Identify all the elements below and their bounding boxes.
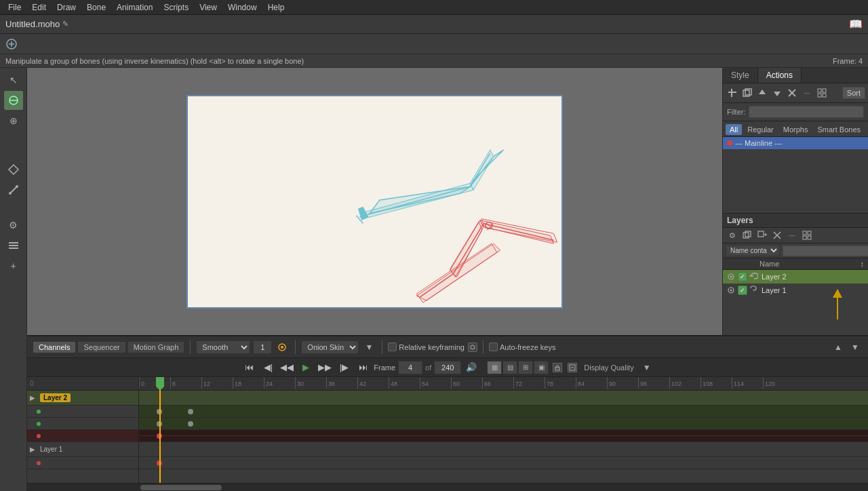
grid-btn-3[interactable]: ⊞ bbox=[518, 361, 533, 374]
name-filter-input[interactable] bbox=[783, 246, 868, 256]
move-up-icon[interactable] bbox=[755, 86, 769, 100]
mark-24: 24 bbox=[264, 377, 295, 389]
next-keyframe-btn[interactable]: |▶ bbox=[336, 360, 352, 375]
svg-rect-9 bbox=[9, 242, 18, 243]
onion-skins-select[interactable]: Onion Skins bbox=[301, 340, 359, 354]
play-btn[interactable]: ▶ bbox=[298, 360, 314, 375]
tab-motion-graph[interactable]: Motion Graph bbox=[127, 341, 185, 353]
sort-button[interactable]: Sort bbox=[842, 87, 865, 99]
dq-dropdown[interactable]: ▼ bbox=[639, 360, 654, 375]
current-frame-input[interactable] bbox=[398, 361, 422, 374]
move-down-icon[interactable] bbox=[770, 86, 784, 100]
delete-action-icon[interactable] bbox=[785, 86, 799, 100]
menu-bone[interactable]: Bone bbox=[81, 1, 111, 14]
onion-settings-icon[interactable]: ▼ bbox=[361, 340, 376, 355]
layers-more-icon[interactable]: ··· bbox=[785, 229, 799, 241]
layer2-vis-icon[interactable] bbox=[726, 271, 736, 282]
morph-tab-morphs[interactable]: Morphs bbox=[779, 124, 812, 135]
menu-help[interactable]: Help bbox=[262, 1, 290, 14]
duplicate-action-icon[interactable] bbox=[741, 86, 754, 100]
grid-btn-2[interactable]: ▤ bbox=[502, 361, 517, 374]
tool-settings[interactable]: ⚙ bbox=[4, 216, 23, 235]
tab-style[interactable]: Style bbox=[723, 68, 758, 83]
grid-btn-1[interactable]: ▦ bbox=[487, 361, 502, 374]
menu-view[interactable]: View bbox=[194, 1, 222, 14]
go-start-btn[interactable]: ⏮ bbox=[241, 360, 257, 375]
menu-window[interactable]: Window bbox=[222, 1, 262, 14]
tool-ik[interactable] bbox=[4, 91, 23, 110]
timeline-scrollbar[interactable] bbox=[27, 483, 868, 491]
layers-settings-icon[interactable]: ⚙ bbox=[726, 229, 739, 241]
rewind-btn[interactable]: ◀◀ bbox=[279, 360, 295, 375]
layer1-check[interactable]: ✓ bbox=[738, 286, 747, 295]
tl-up-btn[interactable]: ▲ bbox=[831, 340, 846, 355]
separator bbox=[190, 340, 191, 354]
mark-108: 108 bbox=[701, 377, 732, 389]
svg-rect-51 bbox=[803, 231, 806, 235]
prev-keyframe-btn[interactable]: ◀| bbox=[260, 360, 276, 375]
layers-grid-icon[interactable] bbox=[800, 229, 814, 241]
autofreeze-checkbox[interactable] bbox=[489, 342, 498, 351]
action-mainline[interactable]: --- Mainline --- bbox=[723, 137, 868, 149]
morph-tab-regular[interactable]: Regular bbox=[743, 124, 778, 135]
action-dot bbox=[727, 140, 732, 146]
mark-18: 18 bbox=[233, 377, 264, 389]
layers-delete-icon[interactable] bbox=[770, 229, 784, 241]
display-quality-label: Display Quality bbox=[584, 364, 633, 372]
name-filter-select[interactable]: Name contai... bbox=[726, 245, 780, 256]
total-frames-input[interactable] bbox=[434, 361, 461, 374]
morph-tab-all[interactable]: All bbox=[726, 124, 742, 135]
edit-title-icon[interactable]: ✎ bbox=[62, 20, 68, 28]
grid-view-icon[interactable] bbox=[815, 86, 829, 100]
filter-input[interactable] bbox=[749, 106, 865, 118]
layer-row-2[interactable]: ✓ Layer 2 bbox=[723, 270, 868, 283]
fit-icon[interactable] bbox=[568, 363, 577, 372]
morph-tab-smart-bones[interactable]: Smart Bones bbox=[813, 124, 865, 135]
smooth-select[interactable]: Smooth bbox=[196, 340, 250, 354]
menu-edit[interactable]: Edit bbox=[26, 1, 52, 14]
lock-icon[interactable] bbox=[553, 363, 562, 372]
new-action-icon[interactable] bbox=[726, 86, 739, 100]
scrollbar-thumb[interactable] bbox=[140, 485, 222, 490]
fast-forward-btn[interactable]: ▶▶ bbox=[317, 360, 333, 375]
layer2-check[interactable]: ✓ bbox=[738, 272, 747, 281]
more-options-icon[interactable]: ··· bbox=[800, 86, 814, 100]
layers-copy-icon[interactable] bbox=[741, 229, 754, 241]
canvas[interactable] bbox=[186, 95, 563, 309]
sound-btn[interactable]: 🔊 bbox=[464, 360, 479, 375]
tool-bone2[interactable] bbox=[4, 180, 23, 199]
tool-layers[interactable] bbox=[4, 236, 23, 255]
layers-add-icon[interactable] bbox=[755, 229, 769, 241]
track-timeline[interactable]: 0 6 12 18 24 30 36 42 48 54 60 66 bbox=[139, 377, 868, 483]
keyframe-0 bbox=[157, 409, 162, 414]
menu-scripts[interactable]: Scripts bbox=[158, 1, 194, 14]
filename: Untitled.moho bbox=[5, 19, 60, 29]
tl-down-btn[interactable]: ▼ bbox=[848, 340, 863, 355]
tool-bone1[interactable] bbox=[4, 160, 23, 179]
go-end-btn[interactable]: ⏭ bbox=[355, 360, 371, 375]
layer2-group-header[interactable]: ▶ Layer 2 bbox=[27, 391, 138, 406]
tool-transform[interactable]: ⊕ bbox=[4, 111, 23, 130]
separator4 bbox=[483, 340, 484, 354]
grid-btn-4[interactable]: ▣ bbox=[534, 361, 549, 374]
keyframe-icon[interactable] bbox=[275, 340, 290, 355]
panel-tabs: Style Actions bbox=[723, 68, 868, 83]
tab-channels[interactable]: Channels bbox=[33, 341, 76, 353]
menu-file[interactable]: File bbox=[3, 1, 26, 14]
tab-actions[interactable]: Actions bbox=[758, 68, 802, 83]
book-icon[interactable]: 📖 bbox=[849, 18, 863, 31]
ik-tool-icon[interactable] bbox=[4, 37, 19, 52]
tab-sequencer[interactable]: Sequencer bbox=[77, 341, 125, 353]
tool-arrow[interactable]: ↖ bbox=[4, 71, 23, 90]
tool-add[interactable]: + bbox=[4, 256, 23, 275]
interpolation-input[interactable] bbox=[253, 340, 272, 354]
rel-kf-icon[interactable] bbox=[468, 342, 477, 352]
layer1-vis-icon[interactable] bbox=[726, 285, 736, 296]
relative-keyframing-checkbox[interactable] bbox=[388, 342, 397, 351]
canvas-container[interactable] bbox=[27, 68, 722, 335]
layer1-group-header[interactable]: ▶ Layer 1 bbox=[27, 442, 138, 457]
timeline-tracks: 0 ▶ Layer 2 bbox=[27, 377, 868, 483]
menu-animation[interactable]: Animation bbox=[111, 1, 158, 14]
menu-draw[interactable]: Draw bbox=[52, 1, 81, 14]
mark-0: 0 bbox=[139, 377, 170, 389]
